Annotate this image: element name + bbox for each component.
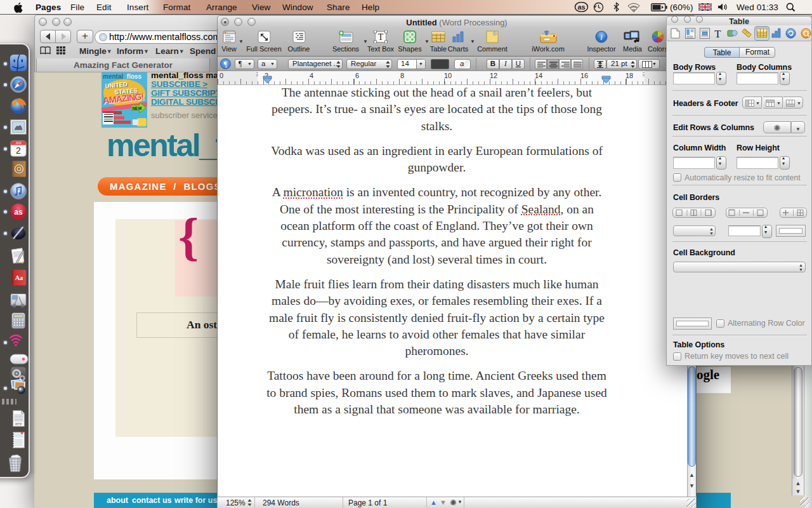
svg-text:T: T bbox=[378, 32, 384, 42]
svg-text:Aa: Aa bbox=[15, 274, 23, 281]
svg-text:2: 2 bbox=[16, 145, 21, 156]
svg-text:NEW: NEW bbox=[132, 106, 142, 110]
svg-text:RTF: RTF bbox=[15, 422, 22, 426]
svg-text:JUN: JUN bbox=[15, 142, 21, 145]
svg-text:as: as bbox=[14, 208, 23, 217]
svg-text:as: as bbox=[577, 3, 585, 11]
svg-text:i: i bbox=[600, 32, 603, 42]
